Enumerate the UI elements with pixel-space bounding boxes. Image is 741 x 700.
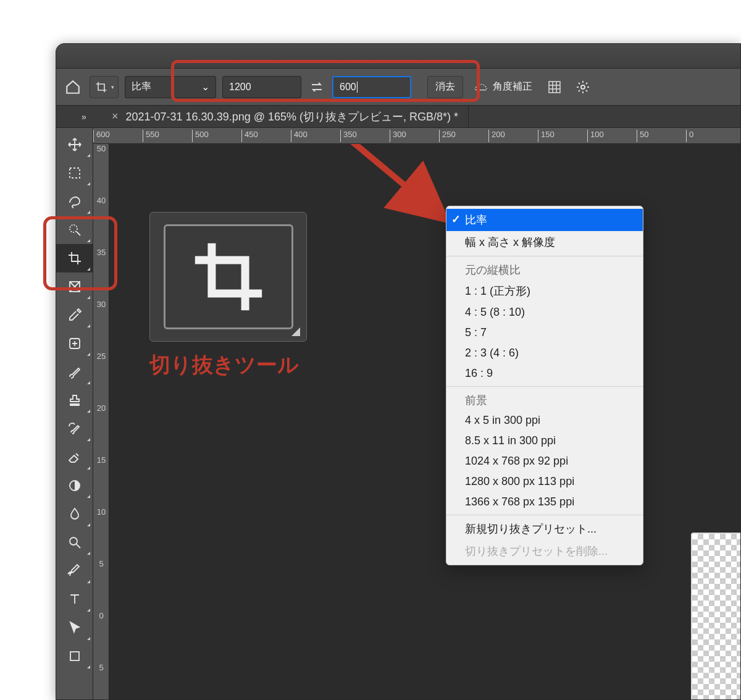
- crop-icon: [95, 81, 107, 93]
- dropdown-option-ratio[interactable]: ✓ 比率: [446, 209, 643, 231]
- dropdown-ratio-option-1[interactable]: 4 : 5 (8 : 10): [446, 302, 643, 323]
- dropdown-ratio-option-2[interactable]: 5 : 7: [446, 323, 643, 343]
- quick-selection-tool[interactable]: [56, 216, 93, 244]
- canvas[interactable]: 切り抜きツール ✓ 比率 幅 x 高さ x 解像度: [109, 144, 740, 699]
- options-bar: ▾ 比率 ⌄ 1200 600 消去 角度補正: [56, 69, 740, 106]
- flyout-indicator-icon: [87, 353, 90, 356]
- dropdown-size-option-3[interactable]: 1280 x 800 px 113 ppi: [446, 471, 643, 492]
- marquee-tool[interactable]: [56, 159, 93, 187]
- canvas-workspace: 600550500450400350300250200150100500 504…: [93, 128, 740, 699]
- pen-tool[interactable]: [56, 557, 93, 585]
- brush-tool[interactable]: [56, 358, 93, 386]
- straighten-button[interactable]: 角度補正: [469, 80, 537, 93]
- flyout-indicator-icon: [87, 552, 90, 555]
- text-icon: [67, 592, 82, 607]
- dropdown-header-foreground: 前景: [446, 389, 643, 410]
- chevron-down-icon: ▾: [111, 84, 114, 90]
- ruler-tick: 550: [143, 130, 159, 142]
- dropdown-size-option-0[interactable]: 4 x 5 in 300 ppi: [446, 410, 643, 431]
- crop-icon: [67, 251, 82, 266]
- shape-tool[interactable]: [56, 642, 93, 670]
- ruler-tick: 600: [93, 130, 110, 142]
- stamp-tool[interactable]: [56, 386, 93, 415]
- dropdown-new-preset[interactable]: 新規切り抜きプリセット...: [446, 518, 643, 540]
- dropdown-ratio-option-0[interactable]: 1 : 1 (正方形): [446, 280, 643, 302]
- dropdown-size-option-1[interactable]: 8.5 x 11 in 300 ppi: [446, 431, 643, 451]
- flyout-indicator-icon: [87, 495, 90, 498]
- flyout-indicator-icon: [87, 609, 90, 612]
- flyout-indicator-icon: [87, 296, 90, 299]
- ruler-tick: 35: [94, 248, 108, 257]
- svg-point-7: [70, 538, 77, 545]
- flyout-indicator-icon: [87, 523, 90, 526]
- dropdown-delete-preset: 切り抜きプリセットを削除...: [446, 540, 643, 562]
- text-cursor: [357, 82, 358, 93]
- ruler-tick: 40: [94, 196, 108, 205]
- brush-icon: [67, 365, 82, 379]
- tools-panel: [56, 128, 93, 699]
- move-tool[interactable]: [56, 130, 93, 159]
- ruler-tick: 200: [488, 130, 505, 142]
- path-selection-tool[interactable]: [56, 614, 93, 642]
- frame-tool[interactable]: [56, 272, 93, 301]
- flyout-indicator-icon: [87, 665, 90, 668]
- history-brush-tool[interactable]: [56, 415, 93, 443]
- crop-width-input[interactable]: 1200: [222, 76, 301, 98]
- ruler-tick: 450: [241, 130, 258, 142]
- histbrush-icon: [67, 421, 82, 436]
- clear-button[interactable]: 消去: [427, 76, 463, 98]
- document-tab-bar: » × 2021-07-31 16.30.39.png @ 165% (切り抜き…: [56, 106, 740, 128]
- dropdown-ratio-option-3[interactable]: 2 : 3 (4 : 6): [446, 343, 643, 363]
- eraser-tool[interactable]: [56, 443, 93, 471]
- healing-tool[interactable]: [56, 329, 93, 358]
- flyout-indicator-icon: [87, 580, 90, 583]
- flyout-indicator-icon: [87, 438, 90, 441]
- swap-dimensions-button[interactable]: [308, 81, 326, 93]
- crop-icon: [188, 237, 269, 317]
- stamp-icon: [67, 393, 82, 408]
- dropdown-size-option-2[interactable]: 1024 x 768 px 92 ppi: [446, 451, 643, 471]
- ruler-tick: 50: [94, 144, 108, 153]
- flyout-indicator-icon: [87, 239, 90, 242]
- frame-icon: [67, 279, 82, 294]
- quicksel-icon: [67, 222, 82, 237]
- crop-settings-button[interactable]: [572, 80, 594, 95]
- crop-tool[interactable]: [56, 244, 93, 272]
- document-tab-title: 2021-07-31 16.30.39.png @ 165% (切り抜きプレビュ…: [126, 109, 459, 124]
- expand-panels-button[interactable]: »: [62, 106, 106, 128]
- move-icon: [67, 137, 82, 152]
- home-button[interactable]: [62, 77, 83, 98]
- grid-icon: [547, 80, 562, 95]
- dropdown-ratio-option-4[interactable]: 16 : 9: [446, 363, 643, 384]
- dropdown-header-original: 元の縦横比: [446, 259, 643, 280]
- lasso-tool[interactable]: [56, 187, 93, 216]
- ruler-tick: 500: [192, 130, 209, 142]
- marquee-icon: [67, 166, 82, 180]
- overlay-grid-button[interactable]: [543, 80, 566, 95]
- crop-ratio-select[interactable]: 比率 ⌄: [125, 76, 216, 98]
- flyout-indicator-icon: [87, 381, 90, 384]
- blur-icon: [67, 507, 82, 521]
- ruler-tick: 30: [94, 300, 108, 309]
- tool-preset-picker[interactable]: ▾: [90, 76, 119, 98]
- dropdown-size-option-4[interactable]: 1366 x 768 px 135 ppi: [446, 492, 643, 512]
- crop-preset-dropdown: ✓ 比率 幅 x 高さ x 解像度 元の縦横比 1 : 1 (正方形)4 : 5…: [446, 206, 643, 565]
- dropdown-option-whr[interactable]: 幅 x 高さ x 解像度: [446, 231, 643, 253]
- eyedropper-tool[interactable]: [56, 301, 93, 329]
- ruler-tick: 150: [538, 130, 555, 142]
- heal-icon: [67, 336, 82, 351]
- annotation-crop-label: 切り抜きツール: [149, 351, 299, 379]
- ruler-tick: 0: [94, 611, 108, 620]
- text-tool[interactable]: [56, 585, 93, 614]
- svg-rect-0: [549, 82, 560, 93]
- dodge-tool[interactable]: [56, 528, 93, 557]
- eyedrop-icon: [67, 308, 82, 323]
- pen-icon: [67, 563, 82, 578]
- document-tab[interactable]: × 2021-07-31 16.30.39.png @ 165% (切り抜きプレ…: [106, 106, 469, 127]
- ruler-tick: 300: [390, 130, 406, 142]
- crop-height-input[interactable]: 600: [332, 76, 411, 98]
- blur-tool[interactable]: [56, 500, 93, 528]
- gradient-tool[interactable]: [56, 471, 93, 500]
- flyout-indicator-icon: [87, 182, 90, 185]
- close-tab-button[interactable]: ×: [112, 110, 119, 123]
